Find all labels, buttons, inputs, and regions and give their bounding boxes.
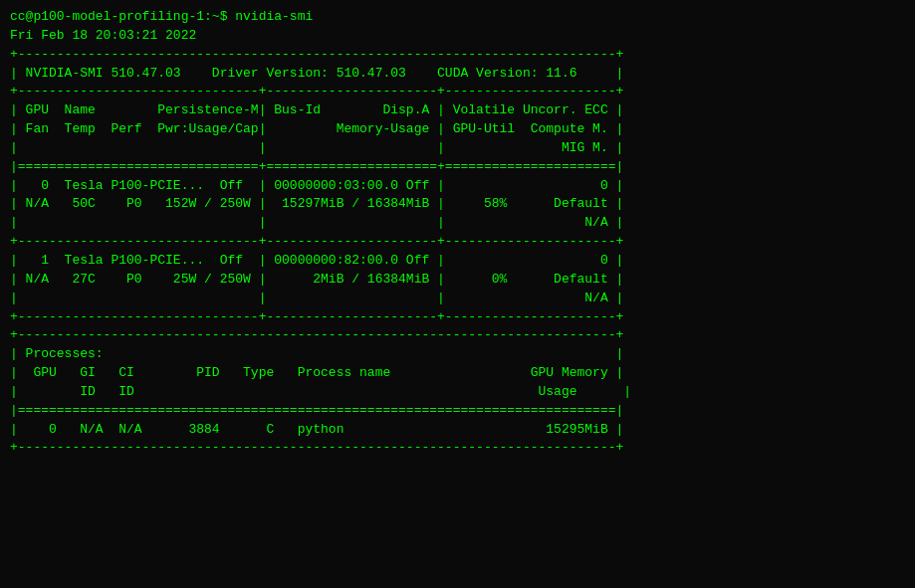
terminal-line-8: | N/A 50C P0 152W / 250W | 15297MiB / 16… <box>10 195 905 214</box>
terminal-line-21: | 0 N/A N/A 3884 C python 15295MiB | <box>10 421 905 440</box>
terminal-line-22: +---------------------------------------… <box>10 439 905 458</box>
terminal-line-11: | 1 Tesla P100-PCIE... Off | 00000000:82… <box>10 252 905 271</box>
terminal-line-10: +-------------------------------+-------… <box>10 233 905 252</box>
terminal-line-9: | | | N/A | <box>10 214 905 233</box>
terminal-line-14: +-------------------------------+-------… <box>10 308 905 327</box>
prompt-line: cc@p100-model-profiling-1:~$ nvidia-smi <box>10 8 905 27</box>
terminal-line-19: | ID ID Usage | <box>10 383 905 402</box>
terminal-line-5: | | | MIG M. | <box>10 139 905 158</box>
terminal-line-7: | 0 Tesla P100-PCIE... Off | 00000000:03… <box>10 177 905 196</box>
terminal-line-20: |=======================================… <box>10 402 905 421</box>
terminal-line-3: | GPU Name Persistence-M| Bus-Id Disp.A … <box>10 101 905 120</box>
terminal-line-18: | GPU GI CI PID Type Process name GPU Me… <box>10 364 905 383</box>
terminal-line-6: |===============================+=======… <box>10 158 905 177</box>
date-line: Fri Feb 18 20:03:21 2022 <box>10 27 905 46</box>
terminal-line-1: | NVIDIA-SMI 510.47.03 Driver Version: 5… <box>10 65 905 84</box>
terminal-line-17: | Processes: | <box>10 345 905 364</box>
terminal-window: cc@p100-model-profiling-1:~$ nvidia-smi … <box>10 8 905 46</box>
terminal-line-16: +---------------------------------------… <box>10 326 905 345</box>
terminal-line-12: | N/A 27C P0 25W / 250W | 2MiB / 16384Mi… <box>10 271 905 290</box>
terminal-line-0: +---------------------------------------… <box>10 46 905 65</box>
terminal-line-4: | Fan Temp Perf Pwr:Usage/Cap| Memory-Us… <box>10 120 905 139</box>
nvidia-smi-output: +---------------------------------------… <box>10 46 905 459</box>
terminal-line-13: | | | N/A | <box>10 290 905 308</box>
terminal-line-2: +-------------------------------+-------… <box>10 83 905 101</box>
